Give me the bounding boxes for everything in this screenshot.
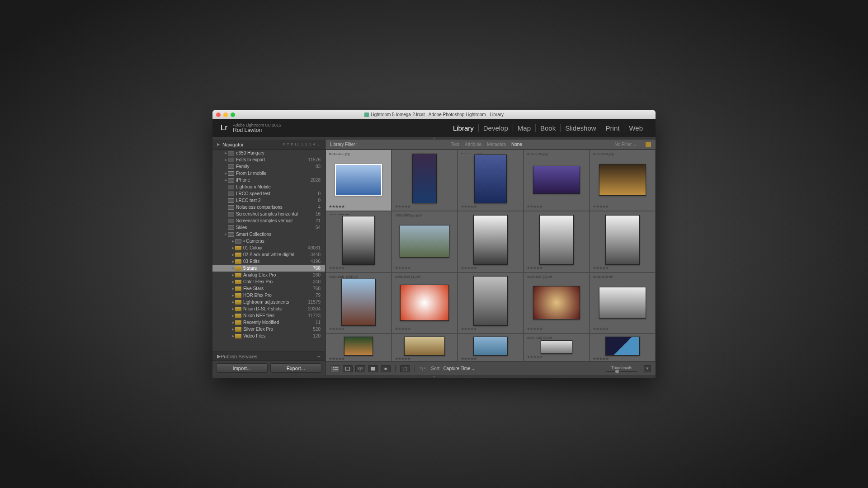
collection-item[interactable]: ▶ Color Efex Pro 340 [212,278,325,285]
collection-item[interactable]: ▶ d650 Hungary [212,150,325,156]
collection-item[interactable]: ▶ 02 Black and white digital 3440 [212,251,325,258]
collection-item[interactable]: ▶ iPhone 2028 [212,177,325,183]
collection-item[interactable]: ▶ Video Files 120 [212,333,325,339]
collection-item[interactable]: ▶ Edits to export 11576 [212,156,325,163]
sort-dropdown[interactable]: Capture Time ⌄ [443,366,476,371]
collection-item[interactable]: LRCC speed test 0 [212,190,325,197]
thumbnail-cell[interactable]: d083-001_HDR.tif ★★★★★ [524,211,590,272]
filter-preset-dropdown[interactable]: No Filter ⌄ [614,142,637,147]
grid-view-button[interactable] [330,365,340,372]
navigator-zoom-options[interactable]: FIT FILL 1:1 1:4 ⌄ [283,142,321,146]
thumbnail-cell[interactable]: d129-021 (1).tiff ★★★★★ [524,272,590,334]
thumbnail-cell[interactable]: d083-058_HDR_2.tif ★★★★★ [458,211,524,272]
rating-stars[interactable]: ★★★★★ [527,327,586,331]
rating-stars[interactable]: ★★★★★ [329,327,388,331]
collection-item[interactable]: ▶ 03 Edits 4196 [212,258,325,265]
thumbnail-size-slider[interactable] [606,371,637,372]
thumbnail-grid[interactable]: c000-071.jpg ★★★★★c000-165.jpg ★★★★★c000… [326,150,656,361]
rating-stars[interactable]: ★★★★★ [527,355,586,359]
rating-stars[interactable]: ★★★★★ [527,266,586,270]
thumbnail-cell[interactable]: d138-015.tiff ★★★★★ [590,272,656,334]
collection-item[interactable]: ▶ HDR Efex Pro 79 [212,292,325,299]
minimize-window-button[interactable] [223,113,228,117]
thumbnail-cell[interactable]: c000-165.jpg ★★★★★ [392,150,458,211]
filter-none[interactable]: None [511,142,522,147]
module-develop[interactable]: Develop [478,124,513,132]
rating-stars[interactable]: ★★★★★ [395,357,454,361]
import-button[interactable]: Import... [216,363,268,373]
module-library[interactable]: Library [448,124,478,132]
collection-item[interactable]: ▶ 01 Colour 49081 [212,244,325,251]
rating-stars[interactable]: ★★★★★ [329,204,388,209]
rating-stars[interactable]: ★★★★★ [593,204,652,209]
people-view-button[interactable]: ☻ [381,365,391,372]
rating-stars[interactable]: ★★★★★ [593,357,652,361]
rating-stars[interactable]: ★★★★★ [527,204,586,209]
collection-item[interactable]: ▶ Five Stars 768 [212,285,325,292]
thumbnail-cell[interactable]: d062-003-ps.psd ★★★★★ [392,211,458,272]
loupe-view-button[interactable] [343,365,353,372]
thumbnail-cell[interactable]: c000-071.jpg ★★★★★ [326,150,392,211]
collection-item[interactable]: ▶ Recently Modified 11 [212,319,325,326]
rating-stars[interactable]: ★★★★★ [461,357,520,361]
rating-stars[interactable]: ★★★★★ [593,327,652,331]
collection-item[interactable]: ▶ Analog Efex Pro 260 [212,272,325,278]
thumbnail-cell[interactable]: d147-100 (1).tiff ★★★★★ [524,333,590,361]
thumbnail-cell[interactable]: c000-171.jpg ★★★★★ [458,150,524,211]
collection-item[interactable]: ▶ Nikon NEF files 11723 [212,312,325,319]
filmstrip-toggle[interactable]: ▲ [212,375,656,378]
thumbnail-cell[interactable]: d146-062.jpg ★★★★★ [458,333,524,361]
module-book[interactable]: Book [535,124,560,132]
module-web[interactable]: Web [624,124,647,132]
thumbnail-cell[interactable]: d143-023.jpg ★★★★★ [326,333,392,361]
thumbnail-cell[interactable]: d049-033.tiff ★★★★★ [326,211,392,272]
rating-stars[interactable]: ★★★★★ [461,327,520,331]
filter-text[interactable]: Text [451,142,459,147]
collection-item[interactable]: ▼ Smart Collections [212,231,325,238]
export-button[interactable]: Export... [270,363,322,373]
maximize-window-button[interactable] [231,113,235,117]
collection-item[interactable]: Screenshot samples vertical 21 [212,217,325,224]
collection-item[interactable]: ▶ Silver Efex Pro 520 [212,326,325,333]
thumbnail-cell[interactable]: d083-008_HDR.tif ★★★★★ [326,272,392,334]
thumbnail-cell[interactable]: d088-050.psd ★★★★★ [458,272,524,334]
survey-view-button[interactable] [368,365,378,372]
collection-item[interactable]: ▶ • Cameras [212,238,325,244]
module-map[interactable]: Map [513,124,535,132]
collection-item[interactable]: ▶ Lightroom adjustments 11579 [212,299,325,305]
filter-metadata[interactable]: Metadata [487,142,506,147]
publish-services-header[interactable]: ▶ Publish Services + [212,352,325,361]
collection-item[interactable]: ▶ Nikon D-SLR shots 20304 [212,305,325,312]
rating-stars[interactable]: ★★★★★ [395,204,454,209]
collection-item[interactable]: Family 83 [212,163,325,170]
module-slideshow[interactable]: Slideshow [560,124,600,132]
collection-item[interactable]: Skies 54 [212,224,325,231]
rating-stars[interactable]: ★★★★★ [329,266,388,270]
filter-attribute[interactable]: Attribute [465,142,481,147]
module-print[interactable]: Print [601,124,624,132]
rating-stars[interactable]: ★★★★★ [593,266,652,270]
rating-stars[interactable]: ★★★★★ [395,266,454,270]
painter-tool-button[interactable]: ⬚ [400,365,410,372]
thumbnail-cell[interactable]: c000-195.jpg ★★★★★ [524,150,590,211]
rating-stars[interactable]: ★★★★★ [461,204,520,209]
close-window-button[interactable] [216,113,221,117]
thumbnail-cell[interactable]: d088-044 (1).tiff ★★★★★ [392,272,458,334]
sort-direction-button[interactable]: ᵃ↓ᶻ [420,366,426,371]
collection-item[interactable]: LRCC test 2 0 [212,197,325,204]
toolbar-options-button[interactable]: ▼ [644,365,651,372]
thumbnail-cell[interactable]: c000-493.jpg ★★★★★ [590,150,656,211]
collection-item[interactable]: Noiseless comparisons 4 [212,204,325,211]
collection-item[interactable]: Lightroom Mobile [212,183,325,190]
rating-stars[interactable]: ★★★★★ [329,357,388,361]
thumbnail-cell[interactable]: d083-002_HDR.tif ★★★★★ [590,211,656,272]
navigator-panel-header[interactable]: ▶ Navigator FIT FILL 1:1 1:4 ⌄ [212,140,325,150]
collection-item[interactable]: ▶ From Lr mobile [212,170,325,177]
collection-item[interactable]: Screenshot samples horizontal 16 [212,211,325,217]
add-publish-service-button[interactable]: + [317,353,321,360]
compare-view-button[interactable]: X|Y [355,365,365,372]
collection-item[interactable]: ▶ 5 stars 768 [212,265,325,272]
thumbnail-cell[interactable]: d146-045.jpg ★★★★★ [392,333,458,361]
filter-lock-icon[interactable] [646,142,651,147]
rating-stars[interactable]: ★★★★★ [461,266,520,270]
